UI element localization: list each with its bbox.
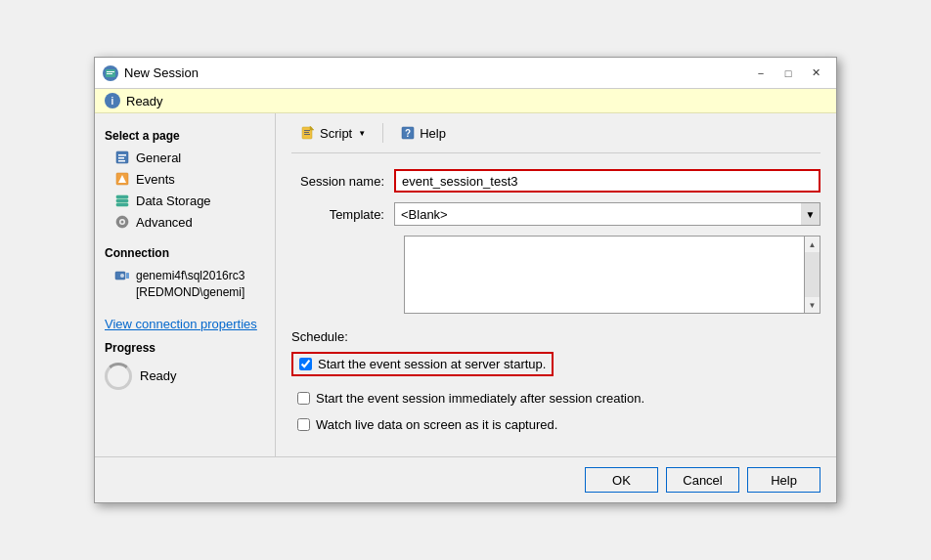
scroll-down-arrow[interactable]: ▼ <box>805 297 820 313</box>
status-icon: i <box>105 93 120 108</box>
template-text-area: ▲ ▼ <box>404 236 820 314</box>
svg-point-17 <box>120 274 124 278</box>
minimize-button[interactable]: − <box>748 64 774 83</box>
checkbox1-container: Start the event session at server startu… <box>291 352 820 382</box>
session-name-row: Session name: <box>291 169 820 193</box>
connection-server: genemi4f\sql2016rc3 <box>136 268 244 284</box>
connection-title: Connection <box>95 240 275 264</box>
toolbar-separator <box>382 123 383 143</box>
template-label: Template: <box>291 207 394 222</box>
checkbox2-input[interactable] <box>297 392 310 405</box>
script-button[interactable]: Script ▼ <box>291 121 375 145</box>
template-select-container: <Blank> ▼ <box>394 202 820 226</box>
sidebar-item-general[interactable]: General <box>95 147 275 168</box>
title-bar: New Session − □ ✕ <box>95 58 836 89</box>
dialog-icon <box>103 65 118 81</box>
progress-status: Ready <box>140 368 177 383</box>
spinner-icon <box>105 363 132 390</box>
session-name-label: Session name: <box>291 174 394 189</box>
help-toolbar-button[interactable]: ? Help <box>391 121 455 145</box>
progress-area: Ready <box>95 359 275 394</box>
sidebar-item-advanced-label: Advanced <box>136 215 193 230</box>
close-button[interactable]: ✕ <box>803 64 828 83</box>
scroll-track <box>805 252 820 297</box>
new-session-dialog: New Session − □ ✕ i Ready Select a page … <box>94 57 837 503</box>
svg-rect-5 <box>118 157 124 159</box>
cancel-button[interactable]: Cancel <box>666 467 739 493</box>
scroll-up-arrow[interactable]: ▲ <box>805 237 820 252</box>
checkbox2-container: Start the event session immediately afte… <box>291 388 820 409</box>
status-text: Ready <box>126 94 163 108</box>
schedule-label: Schedule: <box>291 329 820 344</box>
svg-marker-22 <box>310 126 314 130</box>
svg-rect-21 <box>304 134 310 135</box>
svg-rect-2 <box>107 73 112 74</box>
advanced-icon <box>114 214 130 230</box>
template-scrollbar[interactable]: ▲ ▼ <box>804 237 820 313</box>
help-toolbar-icon: ? <box>400 125 416 141</box>
progress-title: Progress <box>95 335 275 359</box>
events-icon <box>114 171 130 187</box>
checkbox2-label: Start the event session immediately afte… <box>316 391 644 406</box>
status-bar: i Ready <box>95 89 836 113</box>
sidebar: Select a page General Events <box>95 113 276 456</box>
data-storage-icon <box>114 193 130 208</box>
svg-rect-19 <box>304 130 310 131</box>
checkbox3-label: Watch live data on screen as it is captu… <box>316 417 557 432</box>
svg-rect-10 <box>116 199 128 202</box>
dialog-title: New Session <box>124 65 199 80</box>
schedule-section: Schedule: Start the event session at ser… <box>291 329 820 435</box>
dialog-footer: OK Cancel Help <box>95 456 836 502</box>
sidebar-item-advanced[interactable]: Advanced <box>95 211 275 233</box>
svg-rect-16 <box>126 273 129 279</box>
form-area: Session name: Template: <Blank> ▼ <box>291 169 820 441</box>
checkbox3-input[interactable] <box>297 418 310 431</box>
help-label: Help <box>420 126 446 141</box>
general-icon <box>114 150 130 165</box>
script-dropdown-arrow: ▼ <box>358 129 366 138</box>
help-button[interactable]: Help <box>747 467 820 493</box>
svg-rect-1 <box>107 71 114 72</box>
connection-info: genemi4f\sql2016rc3 [REDMOND\genemi] <box>95 264 275 305</box>
script-icon <box>300 125 316 141</box>
checkbox1-row[interactable]: Start the event session at server startu… <box>291 352 554 376</box>
sidebar-item-general-label: General <box>136 151 181 165</box>
sidebar-item-data-storage[interactable]: Data Storage <box>95 190 275 211</box>
svg-rect-11 <box>116 203 128 206</box>
template-row: Template: <Blank> ▼ <box>291 202 820 226</box>
view-connection-link[interactable]: View connection properties <box>95 313 275 335</box>
toolbar: Script ▼ ? Help <box>291 121 820 153</box>
sidebar-item-events-label: Events <box>136 172 175 187</box>
main-content: Script ▼ ? Help Session name: <box>276 113 836 456</box>
connection-user: [REDMOND\genemi] <box>136 284 244 301</box>
svg-rect-6 <box>118 160 125 162</box>
checkbox1-label: Start the event session at server startu… <box>318 357 546 371</box>
dialog-body: Select a page General Events <box>95 113 836 456</box>
maximize-button[interactable]: □ <box>776 64 801 83</box>
ok-button[interactable]: OK <box>585 467 658 493</box>
connection-icon <box>114 268 130 283</box>
template-select[interactable]: <Blank> <box>394 202 820 226</box>
session-name-input[interactable] <box>394 169 820 193</box>
script-label: Script <box>320 126 352 141</box>
checkbox1-input[interactable] <box>299 358 312 370</box>
select-page-title: Select a page <box>95 123 275 147</box>
svg-rect-9 <box>116 195 128 198</box>
svg-rect-20 <box>304 132 309 133</box>
svg-rect-4 <box>118 154 126 156</box>
checkbox2-row[interactable]: Start the event session immediately afte… <box>291 388 820 409</box>
sidebar-item-data-storage-label: Data Storage <box>136 194 211 208</box>
checkbox3-row[interactable]: Watch live data on screen as it is captu… <box>291 414 820 435</box>
checkbox3-container: Watch live data on screen as it is captu… <box>291 414 820 435</box>
sidebar-item-events[interactable]: Events <box>95 168 275 190</box>
svg-text:?: ? <box>405 128 411 139</box>
svg-point-14 <box>121 221 124 224</box>
